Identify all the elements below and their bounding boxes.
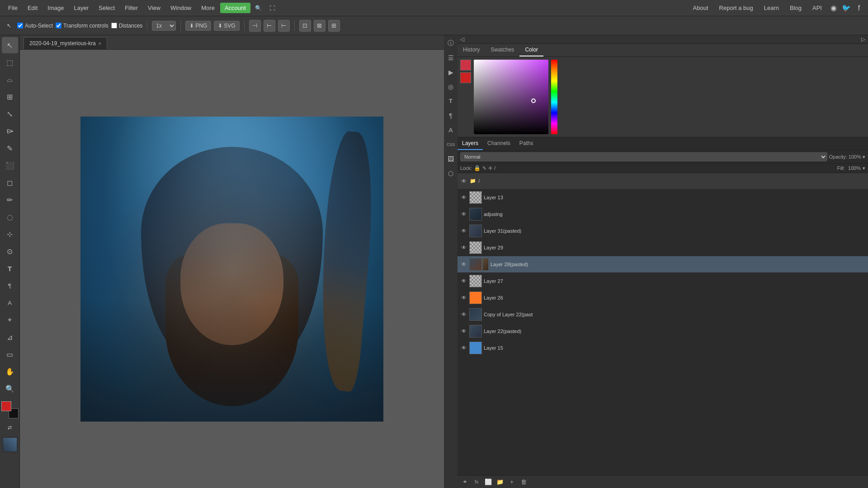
vector-tool[interactable]: ⊿	[2, 329, 18, 345]
opacity-arrow[interactable]: ▾	[863, 154, 865, 160]
menu-account[interactable]: Account	[220, 3, 250, 13]
layer-visibility-eye[interactable]: 👁	[460, 178, 467, 185]
layer-item-copy22[interactable]: 👁 Copy of Layer 22(past	[458, 306, 868, 323]
auto-select-checkbox[interactable]	[17, 23, 23, 28]
align-left-button[interactable]: ⊣	[249, 20, 261, 32]
menu-view[interactable]: View	[143, 3, 165, 13]
type-tool[interactable]: T	[2, 260, 18, 277]
layer29-eye[interactable]: 👁	[460, 244, 467, 251]
tab-paths[interactable]: Paths	[515, 137, 538, 150]
twitter-icon[interactable]: 🐦	[841, 3, 852, 14]
link-layers-btn[interactable]: ⚭	[460, 478, 469, 487]
tab-channels[interactable]: Channels	[483, 137, 515, 150]
menu-learn[interactable]: Learn	[760, 3, 783, 13]
text-icon[interactable]: T	[444, 95, 457, 108]
select-tool[interactable]: ↖	[2, 37, 18, 53]
layer-folder-item[interactable]: 👁 📁 /	[458, 173, 868, 189]
menu-layer[interactable]: Layer	[70, 3, 94, 13]
menu-more[interactable]: More	[197, 3, 219, 13]
collapse-left-icon[interactable]: ◁	[460, 36, 464, 42]
smudge-tool[interactable]: ⊹	[2, 226, 18, 242]
layer-item-adjustng[interactable]: 👁 adjustng	[458, 206, 868, 223]
copy22-eye[interactable]: 👁	[460, 311, 467, 318]
layer28-eye[interactable]: 👁	[460, 261, 467, 268]
layer13-eye[interactable]: 👁	[460, 194, 467, 201]
transform-controls-checkbox[interactable]	[56, 23, 61, 28]
layer-item-layer22[interactable]: 👁 Layer 22(pasted)	[458, 323, 868, 340]
lasso-tool[interactable]: ⌓	[2, 71, 18, 88]
zoom-select[interactable]: 1x 2x 0.5x	[152, 21, 176, 31]
pencil-tool[interactable]: ✏	[2, 192, 18, 208]
layer-item-layer28[interactable]: 👁 Layer 28(pasted)	[458, 256, 868, 273]
distances-checkbox[interactable]	[111, 23, 117, 28]
menu-image[interactable]: Image	[43, 3, 68, 13]
tab-close-button[interactable]: ×	[99, 41, 101, 46]
layer-item-layer15[interactable]: 👁 Layer 15	[458, 340, 868, 357]
eyedropper-tool[interactable]: ⌲	[2, 123, 18, 139]
menu-filter[interactable]: Filter	[120, 3, 142, 13]
align-center-button[interactable]: ⊢	[264, 20, 275, 32]
menu-file[interactable]: File	[4, 3, 22, 13]
color-swatch-area[interactable]	[1, 401, 19, 418]
fullscreen-icon[interactable]: ⛶	[267, 3, 278, 14]
menu-blog[interactable]: Blog	[785, 3, 806, 13]
layer-item-layer27[interactable]: 👁 Layer 27	[458, 273, 868, 290]
info-icon[interactable]: ⓘ	[444, 37, 457, 50]
layer-item-layer26[interactable]: 👁 Layer 26	[458, 290, 868, 306]
play-icon[interactable]: ▶	[444, 66, 457, 79]
fx-btn[interactable]: fx	[472, 478, 481, 487]
blend-mode-select[interactable]: Normal Multiply Screen Overlay	[460, 152, 827, 161]
tab-history[interactable]: History	[458, 44, 485, 56]
lock-paint-icon[interactable]: ✎	[482, 165, 486, 171]
search-icon[interactable]: 🔍	[253, 3, 264, 14]
transform-button[interactable]: ⊡	[299, 20, 311, 32]
image-icon[interactable]: 🖼	[444, 153, 457, 165]
png-export-button[interactable]: ⬇ PNG	[185, 21, 211, 31]
layer26-eye[interactable]: 👁	[460, 294, 467, 301]
zoom-tool[interactable]: 🔍	[2, 380, 18, 397]
layer-icon[interactable]: ⬡	[444, 167, 457, 180]
secondary-color-swatch[interactable]	[460, 72, 471, 83]
layer-item-layer29[interactable]: 👁 Layer 29	[458, 239, 868, 256]
tab-layers[interactable]: Layers	[458, 137, 483, 150]
paragraph-icon[interactable]: ¶	[444, 109, 457, 122]
menu-api[interactable]: API	[808, 3, 826, 13]
fill-tool[interactable]: ⬛	[2, 157, 18, 174]
layer27-eye[interactable]: 👁	[460, 277, 467, 285]
svg-export-button[interactable]: ⬇ SVG	[214, 21, 239, 31]
new-layer-btn[interactable]: +	[507, 478, 516, 487]
reddit-icon[interactable]: ◉	[828, 3, 839, 14]
menu-window[interactable]: Window	[166, 3, 196, 13]
color-gradient-picker[interactable]	[474, 60, 548, 134]
menu-edit[interactable]: Edit	[23, 3, 42, 13]
document-tab[interactable]: 2020-04-19_mysterious-kra ×	[24, 37, 107, 49]
css-icon[interactable]: CSS	[444, 138, 457, 151]
font2-icon[interactable]: A	[444, 124, 457, 136]
lock-all-icon[interactable]: /	[494, 165, 495, 171]
menu-select[interactable]: Select	[94, 3, 119, 13]
new-group-btn[interactable]: 📁	[495, 478, 505, 487]
layer15-eye[interactable]: 👁	[460, 344, 467, 352]
layer-item-layer31[interactable]: 👁 Layer 31(pasted)	[458, 223, 868, 239]
tab-swatches[interactable]: Swatches	[485, 44, 519, 56]
delete-layer-btn[interactable]: 🗑	[519, 478, 528, 487]
foreground-color-swatch[interactable]	[1, 401, 11, 411]
type2-tool[interactable]: ¶	[2, 277, 18, 294]
align-right-button[interactable]: ⊢	[278, 20, 290, 32]
marquee-tool[interactable]: ⬚	[2, 54, 18, 70]
primary-color-swatch[interactable]	[460, 60, 471, 70]
menu-about[interactable]: About	[689, 3, 713, 13]
shape-tool[interactable]: ▭	[2, 346, 18, 362]
layer22-eye[interactable]: 👁	[460, 328, 467, 335]
crop-tool[interactable]: ⊞	[2, 89, 18, 105]
location-icon[interactable]: ◎	[444, 80, 457, 93]
transform-tool[interactable]: ⤡	[2, 106, 18, 122]
path-tool[interactable]: ⌖	[2, 312, 18, 328]
font-tool[interactable]: A	[2, 295, 18, 311]
eraser-tool[interactable]: ◻	[2, 174, 18, 191]
warp-button[interactable]: ⊠	[314, 20, 326, 32]
extra-button[interactable]: ⊞	[328, 20, 340, 32]
layer-item-layer13[interactable]: 👁 Layer 13	[458, 189, 868, 206]
stamp-tool[interactable]: ⊙	[2, 243, 18, 259]
hue-bar[interactable]	[551, 60, 557, 134]
